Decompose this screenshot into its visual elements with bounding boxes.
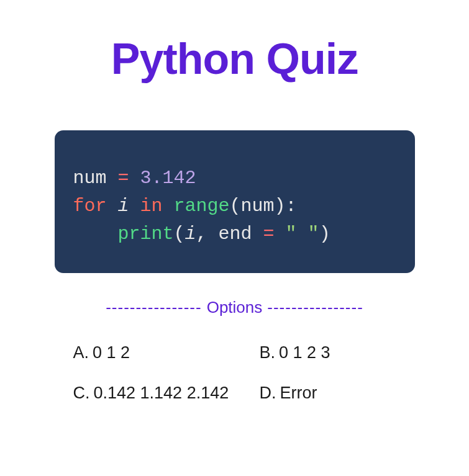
code-line-3: print(i, end = " ") bbox=[73, 220, 396, 248]
code-token: for bbox=[73, 195, 107, 217]
code-snippet: num = 3.142 for i in range(num): print(i… bbox=[55, 130, 415, 273]
code-token: = bbox=[118, 168, 129, 189]
code-line-1: num = 3.142 bbox=[73, 164, 396, 192]
code-token: i bbox=[107, 195, 140, 217]
code-token: ) bbox=[319, 223, 330, 245]
option-text: Error bbox=[280, 384, 317, 402]
option-letter: D. bbox=[260, 384, 276, 402]
option-letter: A. bbox=[73, 343, 89, 362]
code-token: i bbox=[185, 223, 196, 245]
options-grid: A.0 1 2 B.0 1 2 3 C.0.142 1.142 2.142 D.… bbox=[61, 343, 409, 403]
option-letter: B. bbox=[260, 343, 276, 362]
code-token: ( bbox=[174, 223, 185, 245]
code-token: in bbox=[140, 195, 163, 217]
options-dashes-left: ---------------- bbox=[106, 298, 202, 317]
options-label: Options bbox=[207, 298, 263, 317]
code-token: print bbox=[73, 223, 174, 245]
quiz-title: Python Quiz bbox=[111, 34, 358, 84]
code-token: ( bbox=[230, 195, 241, 217]
code-token: range bbox=[163, 195, 230, 217]
code-token: , end bbox=[196, 223, 263, 245]
code-line-2: for i in range(num): bbox=[73, 192, 396, 220]
option-a[interactable]: A.0 1 2 bbox=[73, 343, 260, 362]
option-text: 0 1 2 bbox=[93, 343, 130, 362]
options-dashes-right: ---------------- bbox=[267, 298, 363, 317]
option-text: 0 1 2 3 bbox=[279, 343, 330, 362]
option-c[interactable]: C.0.142 1.142 2.142 bbox=[73, 384, 260, 403]
option-text: 0.142 1.142 2.142 bbox=[94, 384, 229, 402]
code-token: 3.142 bbox=[129, 168, 196, 189]
option-letter: C. bbox=[73, 384, 90, 402]
code-token: ): bbox=[275, 195, 297, 217]
code-token: num bbox=[241, 195, 275, 217]
code-token: " " bbox=[275, 223, 319, 245]
quiz-card: Python Quiz num = 3.142 for i in range(n… bbox=[0, 0, 469, 476]
option-b[interactable]: B.0 1 2 3 bbox=[260, 343, 403, 362]
options-heading: ---------------- Options ---------------… bbox=[106, 298, 363, 317]
code-token: num bbox=[73, 168, 118, 189]
code-token: = bbox=[263, 223, 275, 245]
option-d[interactable]: D.Error bbox=[260, 384, 403, 403]
